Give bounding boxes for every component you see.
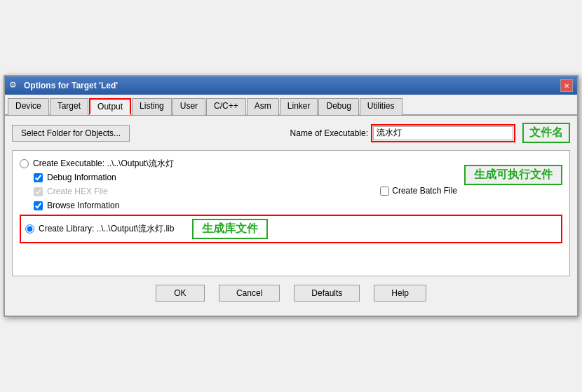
defaults-button[interactable]: Defaults — [294, 285, 360, 302]
name-of-executable-label: Name of Executable: — [290, 128, 368, 138]
cancel-button[interactable]: Cancel — [219, 285, 280, 302]
browse-info-label: Browse Information — [47, 201, 119, 210]
tab-target[interactable]: Target — [50, 98, 88, 115]
file-name-badge: 文件名 — [522, 123, 570, 143]
bottom-buttons: OK Cancel Defaults Help — [12, 276, 570, 309]
help-button[interactable]: Help — [374, 285, 426, 302]
create-batch-row: Create Batch File — [380, 186, 457, 196]
browse-info-checkbox[interactable] — [34, 201, 43, 210]
main-window: ⚙ Options for Target 'Led' ✕ Device Targ… — [4, 75, 578, 317]
create-executable-radio[interactable] — [20, 159, 29, 168]
name-of-executable-input[interactable] — [373, 126, 513, 140]
create-library-radio[interactable] — [25, 224, 34, 234]
title-buttons: ✕ — [560, 79, 573, 92]
name-row: Name of Executable: 文件名 — [290, 123, 570, 143]
create-batch-label: Create Batch File — [392, 186, 457, 196]
close-button[interactable]: ✕ — [560, 79, 573, 92]
browse-info-row: Browse Information — [34, 201, 562, 210]
executable-badge: 生成可执行文件 — [464, 165, 562, 185]
tab-debug[interactable]: Debug — [318, 98, 358, 115]
options-group: Create Executable: ..\..\Output\流水灯 生成可执… — [12, 150, 570, 276]
create-hex-row: Create HEX File — [34, 187, 562, 196]
create-hex-label: Create HEX File — [47, 187, 108, 196]
title-text: Options for Target 'Led' — [24, 81, 118, 90]
select-folder-button[interactable]: Select Folder for Objects... — [12, 125, 130, 142]
content-area: Select Folder for Objects... Name of Exe… — [5, 116, 577, 316]
tab-bar: Device Target Output Listing User C/C++ … — [5, 95, 577, 116]
create-library-row: Create Library: ..\..\Output\流水灯.lib 生成库… — [20, 215, 562, 243]
title-bar: ⚙ Options for Target 'Led' ✕ — [5, 76, 577, 95]
debug-info-checkbox[interactable] — [34, 173, 43, 182]
tab-listing[interactable]: Listing — [132, 98, 172, 115]
tab-asm[interactable]: Asm — [247, 98, 279, 115]
tab-output[interactable]: Output — [89, 98, 131, 115]
tab-cpp[interactable]: C/C++ — [206, 98, 246, 115]
top-row: Select Folder for Objects... Name of Exe… — [12, 123, 570, 143]
library-badge: 生成库文件 — [192, 219, 268, 239]
name-input-wrap — [371, 124, 515, 142]
tab-user[interactable]: User — [172, 98, 205, 115]
tab-device[interactable]: Device — [8, 98, 49, 115]
create-library-label: Create Library: ..\..\Output\流水灯.lib — [39, 223, 174, 235]
create-batch-checkbox[interactable] — [380, 187, 389, 196]
tab-linker[interactable]: Linker — [280, 98, 318, 115]
ok-button[interactable]: OK — [156, 285, 205, 302]
tab-utilities[interactable]: Utilities — [360, 98, 402, 115]
title-bar-left: ⚙ Options for Target 'Led' — [9, 80, 118, 91]
debug-info-label: Debug Information — [47, 173, 116, 182]
create-hex-checkbox[interactable] — [34, 187, 43, 196]
window-icon: ⚙ — [9, 80, 20, 91]
create-executable-label: Create Executable: ..\..\Output\流水灯 — [33, 158, 174, 170]
